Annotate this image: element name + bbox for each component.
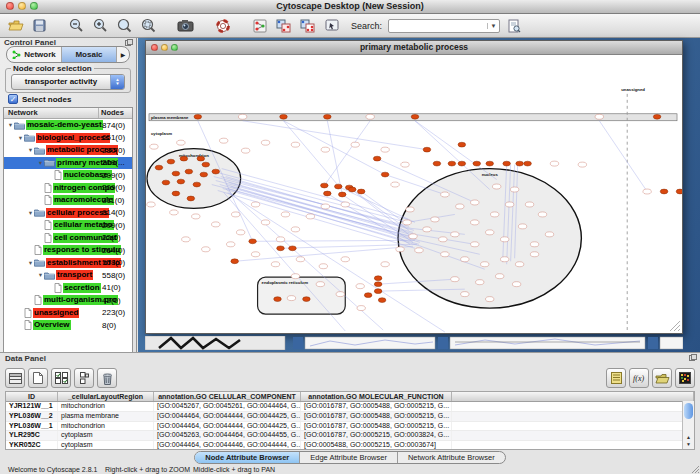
graph-node-selected[interactable] (197, 156, 205, 161)
graph-node-selected[interactable] (324, 114, 332, 119)
network-canvas[interactable]: plasma membranecytoplasmmitochondrionnuc… (146, 55, 682, 333)
zoom-fit-icon[interactable] (114, 16, 135, 36)
graph-node-unselected[interactable] (147, 202, 155, 207)
table-rows-icon[interactable] (5, 368, 25, 388)
column-header-2[interactable]: annotation.GO CELLULAR_COMPONENT (154, 392, 301, 401)
graph-node-unselected[interactable] (316, 282, 324, 287)
graph-node-unselected[interactable] (306, 214, 314, 219)
graph-node-unselected[interactable] (321, 204, 329, 209)
tree-item-cell-communicat[interactable]: cell communicat22(0) (4, 232, 132, 245)
graph-node-unselected[interactable] (357, 306, 365, 311)
graph-node-unselected[interactable] (550, 161, 558, 166)
graph-node-unselected[interactable] (396, 247, 404, 252)
tab-network[interactable]: Network (7, 47, 62, 62)
graph-node-selected[interactable] (155, 165, 163, 170)
disclosure-triangle-icon[interactable]: ▼ (27, 210, 34, 216)
network-overlay-icon-1[interactable] (273, 16, 294, 36)
table-row[interactable]: YPL036W__1mitochondrion[GO:0044464, GO:0… (6, 422, 694, 432)
graph-node-unselected[interactable] (202, 247, 210, 252)
graph-node-unselected[interactable] (261, 140, 269, 145)
graph-node-selected[interactable] (212, 169, 220, 174)
graph-node-selected[interactable] (411, 114, 419, 119)
tree-item-nitrogen-compo[interactable]: nitrogen compo209(0) (4, 182, 132, 195)
table-row[interactable]: YKR052Ccytoplasm[GO:0044464, GO:0044446,… (6, 441, 694, 450)
close-icon[interactable] (6, 2, 14, 10)
graph-node-selected[interactable] (374, 276, 382, 281)
graph-node-unselected[interactable] (192, 214, 200, 219)
graph-node-unselected[interactable] (525, 202, 533, 207)
zoom-in-icon[interactable] (90, 16, 111, 36)
graph-node-unselected[interactable] (401, 162, 409, 167)
graph-node-unselected[interactable] (456, 204, 464, 209)
heatmap-icon[interactable] (675, 368, 695, 388)
graph-node-unselected[interactable] (491, 212, 499, 217)
disclosure-triangle-icon[interactable]: ▼ (7, 122, 14, 128)
graph-node-selected[interactable] (167, 159, 175, 164)
graph-node-unselected[interactable] (296, 257, 304, 262)
graph-node-selected[interactable] (676, 189, 682, 194)
float-data-panel-icon[interactable] (689, 354, 697, 361)
graph-node-unselected[interactable] (595, 114, 603, 119)
graph-node-unselected[interactable] (291, 227, 299, 232)
table-row[interactable]: YJR121W__1mitochondrion[GO:0045267, GO:0… (6, 402, 694, 412)
tree-item-multi-organism-pro[interactable]: multi-organism pro42(0) (4, 294, 132, 307)
view-minimize-icon[interactable] (161, 44, 168, 51)
graph-node-unselected[interactable] (291, 142, 299, 147)
disclosure-triangle-icon[interactable]: ▼ (27, 260, 34, 266)
graph-node-unselected[interactable] (231, 212, 239, 217)
graph-node-unselected[interactable] (441, 252, 449, 257)
graph-node-unselected[interactable] (291, 274, 299, 279)
graph-node-selected[interactable] (473, 161, 481, 166)
graph-node-unselected[interactable] (381, 262, 389, 267)
graph-node-selected[interactable] (185, 169, 193, 174)
column-header-1[interactable]: _cellularLayoutRegion (58, 392, 154, 401)
graph-node-selected[interactable] (177, 179, 185, 184)
graph-node-unselected[interactable] (182, 237, 190, 242)
tree-item-metabolic-process[interactable]: ▼metabolic process280(0) (4, 144, 132, 157)
document-search-icon[interactable] (503, 16, 524, 36)
graph-node-unselected[interactable] (251, 252, 259, 257)
zoom-out-icon[interactable] (66, 16, 87, 36)
graph-node-unselected[interactable] (423, 227, 431, 232)
graph-node-unselected[interactable] (170, 210, 178, 215)
graph-node-selected[interactable] (374, 282, 382, 287)
node-color-dropdown[interactable]: transporter activity ▲▼ (11, 74, 125, 90)
graph-node-unselected[interactable] (356, 284, 364, 289)
graph-node-selected[interactable] (373, 156, 381, 161)
graph-node-unselected[interactable] (500, 237, 508, 242)
view-zoom-icon[interactable] (171, 44, 178, 51)
search-input[interactable] (389, 20, 487, 31)
graph-node-unselected[interactable] (471, 220, 479, 225)
graph-node-unselected[interactable] (461, 292, 469, 297)
graph-node-selected[interactable] (378, 298, 386, 303)
graph-node-unselected[interactable] (319, 264, 327, 269)
disclosure-triangle-icon[interactable]: ▼ (27, 147, 34, 153)
resize-grip-icon[interactable] (691, 465, 699, 473)
disclosure-triangle-icon[interactable]: ▼ (37, 160, 44, 166)
graph-node-unselected[interactable] (287, 296, 295, 301)
graph-node-selected[interactable] (357, 189, 365, 194)
graph-node-unselected[interactable] (518, 224, 526, 229)
zoom-region-icon[interactable] (138, 16, 159, 36)
graph-node-selected[interactable] (486, 161, 494, 166)
scrollbar-arrows[interactable]: ▲▼ (683, 434, 694, 448)
column-header-3[interactable]: annotation.GO MOLECULAR_FUNCTION (301, 392, 452, 401)
graph-node-unselected[interactable] (238, 114, 246, 119)
graph-node-selected[interactable] (334, 184, 342, 189)
graph-node-unselected[interactable] (241, 148, 249, 153)
graph-node-unselected[interactable] (510, 187, 518, 192)
tab-mosaic[interactable]: Mosaic (62, 47, 117, 62)
table-scrollbar[interactable]: ▲▼ (682, 401, 694, 449)
tree-item-secretion[interactable]: secretion41(0) (4, 282, 132, 295)
graph-node-unselected[interactable] (512, 282, 520, 287)
graph-node-selected[interactable] (180, 156, 188, 161)
camera-icon[interactable] (175, 16, 196, 36)
graph-node-selected[interactable] (433, 161, 441, 166)
graph-node-unselected[interactable] (251, 202, 259, 207)
graph-node-selected[interactable] (524, 161, 532, 166)
tree-item-cellular-metabo[interactable]: cellular metabo209(0) (4, 219, 132, 232)
canvas-resize-grip-icon[interactable] (678, 329, 680, 331)
graph-node-unselected[interactable] (415, 248, 423, 253)
network-overlay-icon-2[interactable] (297, 16, 318, 36)
scrollbar-thumb[interactable] (684, 403, 693, 419)
